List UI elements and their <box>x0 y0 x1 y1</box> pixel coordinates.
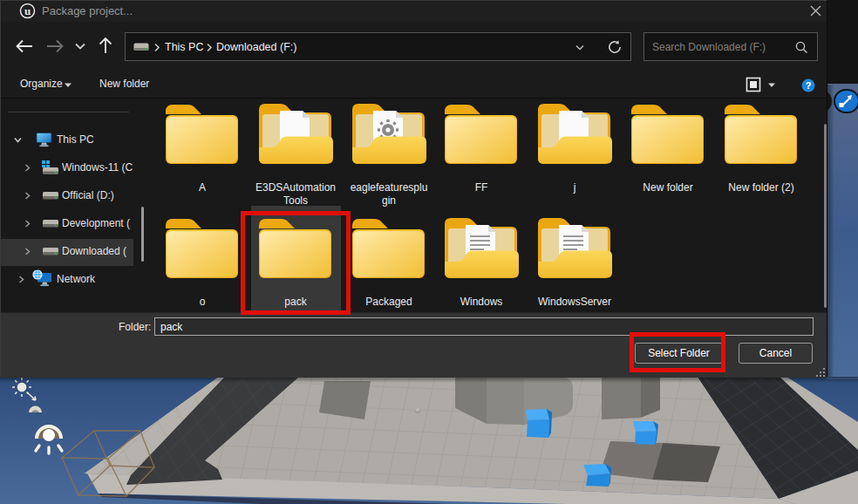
svg-text:?: ? <box>806 80 812 91</box>
svg-text:u: u <box>24 4 31 17</box>
